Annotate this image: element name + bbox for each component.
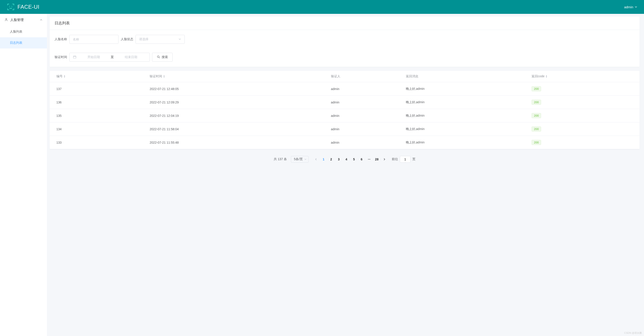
svg-point-2 bbox=[6, 18, 7, 20]
cell-person: admin bbox=[329, 136, 404, 149]
cell-message: 晚上好,admin bbox=[404, 82, 529, 96]
range-separator: 至 bbox=[111, 55, 114, 59]
cell-message: 晚上好,admin bbox=[404, 109, 529, 122]
code-badge: 200 bbox=[532, 113, 541, 118]
svg-point-4 bbox=[158, 56, 159, 57]
sort-icon: ▲▼ bbox=[546, 75, 548, 78]
end-date-placeholder: 结束日期 bbox=[116, 55, 146, 59]
search-button-label: 搜索 bbox=[162, 55, 168, 59]
search-icon bbox=[157, 55, 160, 59]
select-placeholder: 请选择 bbox=[139, 37, 148, 41]
col-time[interactable]: 验证时间▲▼ bbox=[147, 71, 328, 82]
cell-person: admin bbox=[329, 122, 404, 136]
chevron-up-icon bbox=[40, 18, 42, 22]
filter-bar: 人脸名称 人脸状态 请选择 验证时间 bbox=[50, 30, 640, 67]
cell-time: 2022-07-21 11:55:48 bbox=[147, 136, 328, 149]
page-6[interactable]: 6 bbox=[358, 156, 365, 163]
page-size-select[interactable]: 5条/页 bbox=[291, 156, 308, 163]
cell-id: 133 bbox=[50, 136, 147, 149]
code-badge: 200 bbox=[532, 140, 541, 145]
cell-time: 2022-07-21 12:04:19 bbox=[147, 109, 328, 122]
page-3[interactable]: 3 bbox=[336, 156, 342, 163]
col-person: 验证人 bbox=[329, 71, 404, 82]
cell-id: 136 bbox=[50, 96, 147, 109]
jump-suffix: 页 bbox=[412, 157, 416, 161]
cell-code: 200 bbox=[529, 82, 640, 96]
chevron-down-icon bbox=[634, 5, 637, 9]
cell-message: 晚上好,admin bbox=[404, 122, 529, 136]
page-2[interactable]: 2 bbox=[328, 156, 334, 163]
face-status-select[interactable]: 请选择 bbox=[136, 35, 185, 44]
user-name: admin bbox=[624, 5, 633, 9]
sidebar-item-0[interactable]: 人脸列表 bbox=[0, 26, 47, 37]
logo-area: FACE-UI bbox=[7, 3, 39, 11]
cell-code: 200 bbox=[529, 96, 640, 109]
filter-name-label: 人脸名称 bbox=[54, 37, 67, 41]
jump-prefix: 前往 bbox=[392, 157, 398, 161]
sort-icon: ▲▼ bbox=[64, 75, 66, 78]
pagination: 共 137 条 5条/页 123456···28 前往 页 bbox=[50, 149, 640, 166]
app-header: FACE-UI admin bbox=[0, 0, 644, 14]
table-row: 1352022-07-21 12:04:19admin晚上好,admin200 bbox=[50, 109, 640, 122]
filter-time-label: 验证时间 bbox=[54, 55, 67, 59]
cell-code: 200 bbox=[529, 109, 640, 122]
cell-person: admin bbox=[329, 109, 404, 122]
cell-person: admin bbox=[329, 82, 404, 96]
page-jump: 前往 页 bbox=[392, 156, 416, 163]
page-5[interactable]: 5 bbox=[350, 156, 357, 163]
col-id[interactable]: 编号▲▼ bbox=[50, 71, 147, 82]
page-1[interactable]: 1 bbox=[320, 156, 327, 163]
sidebar-item-1[interactable]: 日志列表 bbox=[0, 37, 47, 48]
table-row: 1342022-07-21 11:58:04admin晚上好,admin200 bbox=[50, 122, 640, 136]
watermark: CSDN @谭永鹏 bbox=[624, 331, 642, 335]
sidebar-group-label: 人脸管理 bbox=[10, 18, 24, 22]
table-row: 1332022-07-21 11:55:48admin晚上好,admin200 bbox=[50, 136, 640, 149]
page-28[interactable]: 28 bbox=[374, 156, 380, 163]
code-badge: 200 bbox=[532, 86, 541, 91]
cell-person: admin bbox=[329, 96, 404, 109]
sidebar-group-face-mgmt[interactable]: 人脸管理 bbox=[0, 14, 47, 26]
col-code[interactable]: 返回code▲▼ bbox=[529, 71, 640, 82]
next-page-button[interactable] bbox=[381, 156, 388, 163]
svg-point-0 bbox=[10, 6, 10, 7]
col-message: 返回消息 bbox=[404, 71, 529, 82]
page-ellipsis: ··· bbox=[366, 156, 372, 163]
chevron-down-icon bbox=[304, 157, 306, 161]
table-row: 1362022-07-21 12:09:29admin晚上好,admin200 bbox=[50, 96, 640, 109]
cell-id: 137 bbox=[50, 82, 147, 96]
cell-id: 134 bbox=[50, 122, 147, 136]
date-range-picker[interactable]: 开始日期 至 结束日期 bbox=[69, 53, 150, 62]
page-4[interactable]: 4 bbox=[343, 156, 350, 163]
search-button[interactable]: 搜索 bbox=[152, 53, 173, 62]
jump-input[interactable] bbox=[400, 156, 410, 163]
main-content: 日志列表 人脸名称 人脸状态 请选择 bbox=[47, 14, 644, 336]
cell-message: 晚上好,admin bbox=[404, 96, 529, 109]
code-badge: 200 bbox=[532, 126, 541, 132]
sidebar: 人脸管理 人脸列表日志列表 bbox=[0, 14, 47, 336]
start-date-placeholder: 开始日期 bbox=[78, 55, 109, 59]
prev-page-button[interactable] bbox=[312, 156, 319, 163]
user-icon bbox=[4, 18, 8, 22]
code-badge: 200 bbox=[532, 100, 541, 105]
cell-code: 200 bbox=[529, 136, 640, 149]
user-menu[interactable]: admin bbox=[624, 5, 637, 9]
page-title: 日志列表 bbox=[50, 16, 640, 30]
cell-time: 2022-07-21 12:09:29 bbox=[147, 96, 328, 109]
total-count: 共 137 条 bbox=[274, 157, 287, 161]
cell-id: 135 bbox=[50, 109, 147, 122]
face-logo-icon bbox=[7, 3, 15, 11]
cell-code: 200 bbox=[529, 122, 640, 136]
sort-icon: ▲▼ bbox=[163, 75, 165, 78]
cell-time: 2022-07-21 12:48:05 bbox=[147, 82, 328, 96]
log-table: 编号▲▼ 验证时间▲▼ 验证人 返回消息 返回code▲▼ 1372022-07… bbox=[50, 71, 640, 149]
chevron-down-icon bbox=[178, 37, 181, 41]
app-name: FACE-UI bbox=[18, 4, 39, 10]
svg-point-1 bbox=[12, 6, 12, 7]
cell-message: 晚上好,admin bbox=[404, 136, 529, 149]
filter-status-label: 人脸状态 bbox=[121, 37, 133, 41]
face-name-input[interactable] bbox=[69, 35, 118, 44]
svg-rect-3 bbox=[73, 56, 76, 58]
calendar-icon bbox=[73, 55, 76, 59]
cell-time: 2022-07-21 11:58:04 bbox=[147, 122, 328, 136]
table-row: 1372022-07-21 12:48:05admin晚上好,admin200 bbox=[50, 82, 640, 96]
